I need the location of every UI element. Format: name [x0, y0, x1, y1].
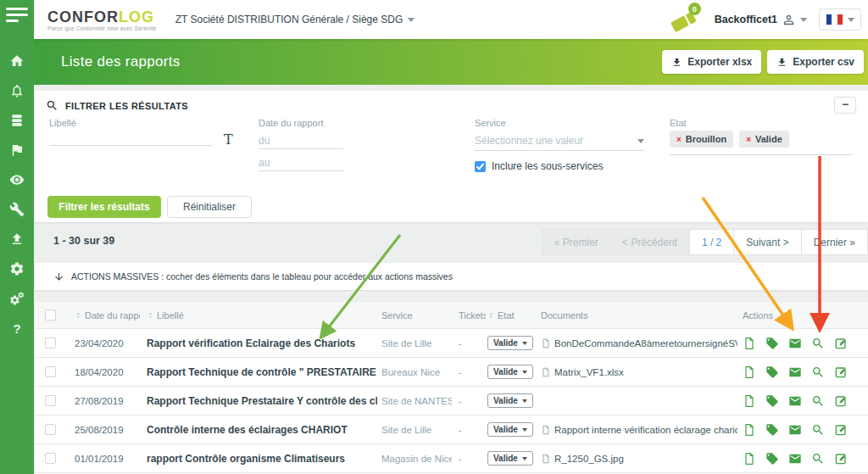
row-checkbox[interactable] — [45, 366, 56, 377]
file-icon — [541, 337, 551, 349]
company-selector[interactable]: ZT Société DISTRIBUTION Générale / Siège… — [175, 14, 415, 25]
view-button[interactable] — [811, 452, 825, 466]
row-date: 25/08/2019 — [64, 425, 140, 435]
edit-button[interactable] — [834, 423, 848, 437]
row-date: 27/08/2019 — [64, 396, 140, 406]
send-mail-button[interactable] — [788, 365, 802, 379]
send-mail-button[interactable] — [788, 337, 802, 350]
date-to-input[interactable] — [259, 155, 343, 171]
topbar-right: 0 Backofficet1 — [667, 4, 868, 35]
edit-button[interactable] — [834, 365, 848, 379]
row-service: Magasin de Nice — [377, 454, 452, 464]
etat-tag-valide[interactable]: ×Valide — [739, 131, 789, 148]
document-link[interactable]: BonDeCommandeA8àmeretournersignéSVP.pdf — [541, 337, 737, 349]
header-date[interactable]: Date du rapport — [64, 310, 140, 321]
pdf-export-button[interactable] — [743, 452, 756, 466]
header-etat[interactable]: Etat — [486, 310, 534, 321]
filter-submit-button[interactable]: Filtrer les résultats — [47, 196, 161, 218]
pdf-export-button[interactable] — [743, 394, 756, 408]
database-icon — [9, 113, 25, 128]
tag-icon — [765, 365, 779, 379]
etat-tag-brouillon[interactable]: ×Brouillon — [670, 131, 733, 148]
logo: CONFORLOG Parce que Conformité rime avec… — [34, 6, 169, 33]
header-label[interactable]: Libellé — [140, 310, 377, 321]
pagination-next[interactable]: Suivant > — [733, 230, 800, 254]
eye-icon — [9, 172, 25, 187]
document-link[interactable]: R_1250_GS.jpg — [541, 453, 624, 465]
tickets-button[interactable] — [765, 452, 779, 466]
wrench-icon — [9, 202, 25, 217]
sidebar-nav: ? — [8, 53, 25, 337]
pdf-export-button[interactable] — [743, 337, 756, 350]
tickets-button[interactable] — [765, 337, 779, 350]
document-link[interactable]: Matrix_VF1.xlsx — [541, 366, 624, 378]
edit-button[interactable] — [834, 452, 848, 466]
view-button[interactable] — [811, 365, 825, 379]
remove-tag-icon[interactable]: × — [746, 135, 751, 144]
user-menu[interactable]: Backofficet1 — [715, 13, 807, 27]
language-selector[interactable] — [819, 8, 861, 31]
etat-dropdown[interactable]: Valide — [487, 422, 533, 437]
etat-dropdown[interactable]: Valide — [487, 336, 533, 350]
sidebar-item-data[interactable] — [8, 112, 25, 129]
send-mail-button[interactable] — [788, 452, 802, 466]
remove-tag-icon[interactable]: × — [676, 135, 682, 144]
sidebar-item-home[interactable] — [8, 53, 25, 70]
edit-button[interactable] — [834, 394, 848, 408]
tickets-button[interactable] — [765, 423, 779, 437]
row-checkbox[interactable] — [45, 424, 56, 435]
send-mail-button[interactable] — [788, 394, 802, 408]
sidebar-item-settings[interactable] — [8, 260, 25, 277]
pdf-export-button[interactable] — [743, 365, 756, 379]
row-date: 23/04/2020 — [64, 338, 140, 349]
logo-primary: CONFOR — [47, 8, 119, 25]
tickets-button[interactable] — [765, 394, 779, 408]
document-link[interactable]: Rapport interne vérification éclarage ch… — [541, 424, 737, 436]
sidebar-item-upload[interactable] — [8, 231, 25, 248]
sidebar-item-visibility[interactable] — [8, 171, 25, 188]
collapse-filter-button[interactable]: − — [834, 97, 856, 114]
gears-icon — [9, 291, 25, 306]
menu-icon[interactable] — [6, 8, 28, 25]
filter-reset-button[interactable]: Réinitialiser — [167, 196, 252, 218]
view-button[interactable] — [811, 337, 825, 350]
file-pdf-icon — [743, 423, 756, 437]
etat-dropdown[interactable]: Valide — [487, 365, 533, 379]
row-checkbox[interactable] — [45, 337, 56, 349]
view-button[interactable] — [811, 423, 825, 437]
sidebar-item-tools[interactable] — [8, 201, 25, 218]
date-from-input[interactable] — [259, 133, 343, 149]
page-header: Liste des rapports Exporter xlsx Exporte… — [34, 39, 868, 85]
etat-dropdown[interactable]: Valide — [487, 451, 533, 466]
sidebar-item-notifications[interactable] — [8, 82, 25, 99]
row-service: Site de NANTES — [377, 396, 452, 406]
export-csv-button[interactable]: Exporter csv — [767, 50, 864, 74]
row-label: Contrôle interne des éclairages CHARIOT — [140, 424, 377, 436]
export-xlsx-button[interactable]: Exporter xlsx — [662, 50, 761, 74]
tickets-button[interactable]: 0 — [667, 4, 703, 35]
sidebar-item-admin[interactable] — [8, 290, 25, 307]
row-documents: BonDeCommandeA8àmeretournersignéSVP.pdf — [534, 337, 737, 349]
include-subservices-checkbox[interactable]: Inclure les sous-services — [475, 160, 603, 172]
row-checkbox[interactable] — [45, 453, 56, 464]
filter-panel: FILTRER LES RÉSULTATS − Libellé T Date d… — [34, 91, 868, 222]
sidebar-item-flags[interactable] — [8, 142, 25, 159]
tickets-button[interactable] — [765, 365, 779, 379]
etat-label: Etat — [670, 118, 687, 128]
pagination-last[interactable]: Dernier » — [801, 230, 867, 254]
view-button[interactable] — [811, 394, 825, 408]
sort-icon — [147, 310, 154, 321]
libelle-input[interactable] — [49, 130, 212, 146]
app-root: ? CONFORLOG Parce que Conformité rime av… — [0, 0, 868, 474]
select-all-checkbox[interactable] — [45, 309, 56, 321]
row-checkbox[interactable] — [45, 395, 56, 406]
row-tickets: - — [452, 425, 486, 435]
pdf-export-button[interactable] — [743, 423, 756, 437]
service-select[interactable]: Sélectionnez une valeur — [475, 135, 644, 151]
send-mail-button[interactable] — [788, 423, 802, 437]
envelope-icon — [788, 365, 802, 379]
etat-dropdown[interactable]: Valide — [487, 393, 533, 408]
edit-button[interactable] — [834, 337, 848, 350]
sidebar-item-help[interactable]: ? — [8, 320, 25, 337]
text-type-icon[interactable]: T — [224, 131, 233, 148]
